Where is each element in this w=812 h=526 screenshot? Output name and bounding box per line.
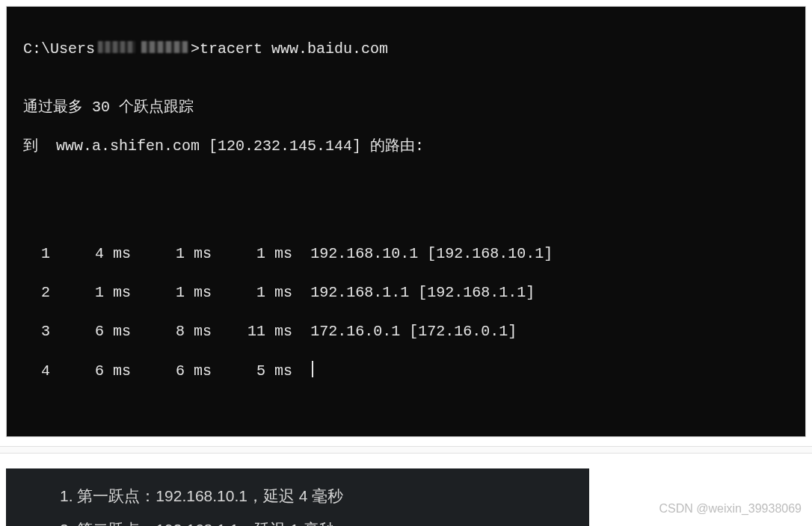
command-text: tracert www.baidu.com <box>200 40 388 58</box>
watermark-text: CSDN @weixin_39938069 <box>659 502 802 516</box>
hop-summary-panel: 1. 第一跃点：192.168.10.1，延迟 4 毫秒 2. 第二跃点：192… <box>6 468 589 526</box>
hop-row: 3 6 ms 8 ms 11 ms 172.16.0.1 [172.16.0.1… <box>23 322 796 341</box>
prompt-prefix: C:\Users <box>23 40 95 58</box>
summary-item: 2. 第二跃点：192.168.1.1，延迟 1 毫秒 <box>6 513 589 526</box>
trace-header-2: 到 www.a.shifen.com [120.232.145.144] 的路由… <box>23 137 796 156</box>
hop-list: 1 4 ms 1 ms 1 ms 192.168.10.1 [192.168.1… <box>23 225 796 400</box>
panel-divider <box>0 446 812 454</box>
terminal-window: C:\Users>tracert www.baidu.com 通过最多 30 个… <box>6 6 806 437</box>
prompt-suffix: > <box>191 40 200 58</box>
terminal-cursor-icon <box>312 361 313 377</box>
summary-item: 1. 第一跃点：192.168.10.1，延迟 4 毫秒 <box>6 479 589 513</box>
command-line: C:\Users>tracert www.baidu.com <box>23 40 796 59</box>
hop-row: 4 6 ms 6 ms 5 ms <box>23 361 796 381</box>
hop-row: 2 1 ms 1 ms 1 ms 192.168.1.1 [192.168.1.… <box>23 283 796 303</box>
trace-header-1: 通过最多 30 个跃点跟踪 <box>23 98 796 117</box>
hop-row: 1 4 ms 1 ms 1 ms 192.168.10.1 [192.168.1… <box>23 244 796 264</box>
redacted-username <box>95 40 191 55</box>
